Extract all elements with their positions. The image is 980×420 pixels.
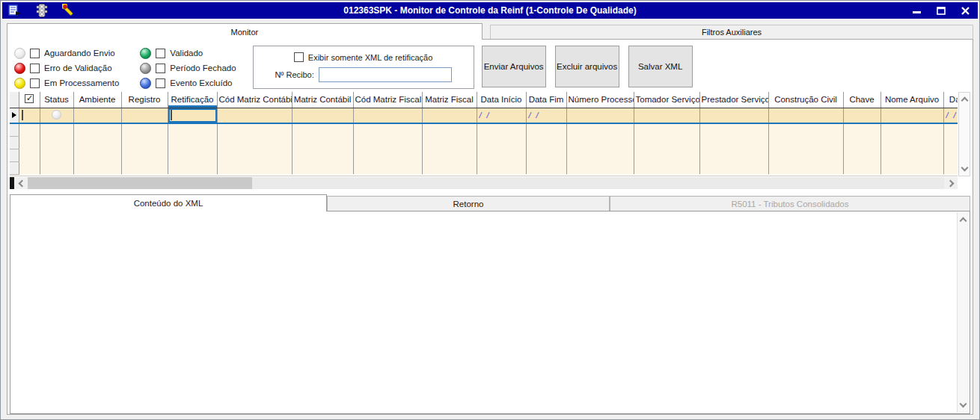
xml-content-area[interactable]	[10, 211, 956, 413]
scroll-down-icon[interactable]	[961, 164, 968, 172]
legend-item-processamento: Em Processamento	[14, 77, 119, 89]
empty-cell	[477, 123, 526, 136]
legend-item-erro: Erro de Validação	[14, 62, 119, 74]
tab-monitor[interactable]: Monitor	[7, 23, 483, 40]
excluir-arquivos-button[interactable]: Excluir arquivos	[555, 46, 619, 87]
close-icon[interactable]	[957, 4, 973, 17]
empty-cell	[843, 149, 881, 161]
data-extra-value: / /	[946, 111, 958, 120]
empty-cell	[353, 149, 422, 161]
validado-checkbox[interactable]	[156, 49, 165, 58]
row-ambiente-cell[interactable]	[73, 108, 121, 123]
empty-cell	[768, 123, 843, 136]
empty-cell	[526, 136, 566, 149]
content-scroll-down-icon[interactable]	[960, 401, 967, 408]
enviar-arquivos-button[interactable]: Enviar Arquivos	[482, 46, 546, 87]
recibo-input[interactable]	[319, 67, 452, 82]
row-cod-matriz-fiscal-cell[interactable]	[353, 108, 422, 123]
column-header-data[interactable]: Data	[943, 92, 958, 108]
traffic-light-icon[interactable]	[34, 4, 50, 17]
content-vertical-scrollbar[interactable]	[957, 212, 969, 413]
wrench-icon[interactable]	[61, 4, 77, 17]
column-header-chave[interactable]: Chave	[843, 92, 881, 108]
window-title: 012363SPK - Monitor de Controle da Reinf…	[2, 5, 978, 16]
row-status-cell[interactable]	[40, 108, 73, 123]
column-header-tomador-servico[interactable]: Tomador Serviço	[634, 92, 699, 108]
empty-cell	[843, 136, 881, 149]
row-select-checkbox[interactable]	[22, 110, 23, 120]
column-header-data-inicio[interactable]: Data Início	[477, 92, 526, 108]
column-header-cod-matriz-fiscal[interactable]: Cód Matriz Fiscal	[353, 92, 422, 108]
row-data-fim-cell[interactable]: / /	[526, 108, 566, 123]
select-all-checkbox[interactable]	[25, 94, 34, 103]
row-select-cell[interactable]	[19, 108, 40, 123]
row-chave-cell[interactable]	[843, 108, 881, 123]
grid-horizontal-scrollbar[interactable]	[10, 177, 958, 189]
tab-retorno[interactable]: Retorno	[327, 196, 610, 211]
periodo-fechado-checkbox[interactable]	[156, 64, 165, 73]
minimize-button[interactable]	[909, 4, 925, 17]
row-registro-cell[interactable]	[121, 108, 168, 123]
row-prestador-servico-cell[interactable]	[699, 108, 768, 123]
scroll-up-icon[interactable]	[961, 97, 968, 105]
export-document-icon[interactable]	[7, 4, 23, 17]
column-header-prestador-servico[interactable]: Prestador Serviço	[699, 92, 768, 108]
row-matriz-fiscal-cell[interactable]	[422, 108, 477, 123]
filter-groupbox: Exibir somente XML de retificação Nº Rec…	[253, 46, 474, 89]
row-retificacao-cell[interactable]	[168, 108, 217, 123]
row-data-cell[interactable]: / /	[943, 108, 958, 123]
empty-row-header	[10, 161, 19, 174]
row-numero-processo-cell[interactable]	[566, 108, 634, 123]
scroll-right-button[interactable]	[944, 177, 958, 189]
maximize-button[interactable]	[933, 4, 949, 17]
column-header-cod-matriz-contabil[interactable]: Cód Matriz Contábil	[217, 92, 292, 108]
data-inicio-value: / /	[480, 111, 491, 120]
column-header-construcao-civil[interactable]: Construção Civil	[768, 92, 843, 108]
column-header-status[interactable]: Status	[40, 92, 73, 108]
status-red-ball-icon	[14, 63, 25, 74]
grid-header-row: Status Ambiente Registro Retificação Cód…	[10, 92, 958, 108]
scroll-left-button[interactable]	[14, 177, 28, 189]
current-row-marker	[10, 108, 19, 123]
row-cod-matriz-contabil-cell[interactable]	[217, 108, 292, 123]
grid-body: / / / / / /	[10, 108, 958, 174]
main-tabstrip: Monitor Filtros Auxiliares	[7, 23, 973, 40]
row-matriz-contabil-cell[interactable]	[292, 108, 353, 123]
tab-r5011-label: R5011 - Tributos Consolidados	[731, 200, 848, 209]
column-header-matriz-contabil[interactable]: Matriz Contábil	[292, 92, 353, 108]
content-scroll-up-icon[interactable]	[960, 217, 967, 225]
em-processamento-checkbox[interactable]	[30, 78, 40, 88]
column-header-select[interactable]	[19, 92, 40, 108]
tab-filtros-auxiliares[interactable]: Filtros Auxiliares	[490, 25, 973, 40]
row-retificacao-checkbox[interactable]	[171, 110, 172, 120]
empty-cell	[943, 161, 958, 174]
status-gray-ball-icon	[140, 63, 151, 74]
empty-cell	[292, 161, 353, 174]
aguardando-envio-checkbox[interactable]	[30, 49, 40, 58]
grid-vertical-scrollbar[interactable]	[958, 92, 970, 176]
grid-row-selected[interactable]: / / / / / /	[10, 108, 958, 123]
app-window: 012363SPK - Monitor de Controle da Reinf…	[0, 0, 980, 420]
column-header-ambiente[interactable]: Ambiente	[73, 92, 121, 108]
evento-excluido-checkbox[interactable]	[156, 78, 165, 88]
toolbar: Aguardando Envio Erro de Validação Em Pr…	[10, 43, 970, 90]
tab-conteudo-xml[interactable]: Conteúdo do XML	[10, 194, 327, 211]
column-header-matriz-fiscal[interactable]: Matriz Fiscal	[422, 92, 477, 108]
column-header-retificacao[interactable]: Retificação	[168, 92, 217, 108]
legend-label: Período Fechado	[170, 64, 236, 72]
detail-tabstrip: Conteúdo do XML Retorno R5011 - Tributos…	[10, 194, 970, 211]
column-header-registro[interactable]: Registro	[121, 92, 168, 108]
row-construcao-civil-cell[interactable]	[768, 108, 843, 123]
row-tomador-servico-cell[interactable]	[634, 108, 699, 123]
column-header-numero-processo[interactable]: Número Processo	[566, 92, 634, 108]
horizontal-scrollbar-thumb[interactable]	[28, 177, 252, 189]
horizontal-scrollbar-track[interactable]	[252, 177, 944, 189]
salvar-xml-button[interactable]: Salvar XML	[628, 46, 693, 87]
erro-validacao-checkbox[interactable]	[30, 64, 40, 73]
column-header-data-fim[interactable]: Data Fim	[526, 92, 566, 108]
row-data-inicio-cell[interactable]: / /	[477, 108, 526, 123]
column-header-nome-arquivo[interactable]: Nome Arquivo	[881, 92, 943, 108]
grid-empty-row	[10, 136, 958, 149]
row-nome-arquivo-cell[interactable]	[881, 108, 943, 123]
exibir-retificacao-checkbox[interactable]	[294, 52, 304, 62]
